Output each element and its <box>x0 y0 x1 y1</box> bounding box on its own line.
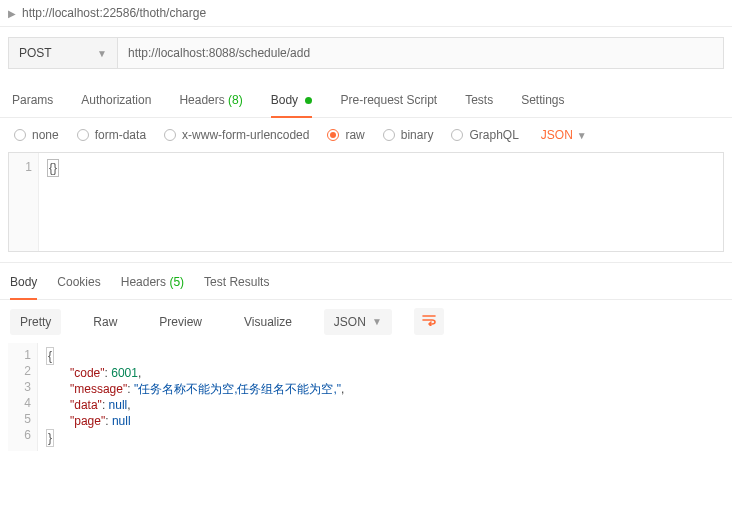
json-key-message: "message" <box>70 382 127 396</box>
response-toolbar: Pretty Raw Preview Visualize JSON ▼ <box>0 300 732 343</box>
json-key-code: "code" <box>70 366 105 380</box>
wrap-icon <box>422 314 436 326</box>
radio-binary-label: binary <box>401 128 434 142</box>
response-gutter: 123456 <box>8 343 38 451</box>
json-val-data: null <box>109 398 128 412</box>
tab-body-label: Body <box>271 93 298 107</box>
http-method-value: POST <box>19 46 52 60</box>
radio-urlencoded-label: x-www-form-urlencoded <box>182 128 309 142</box>
resp-tab-headers[interactable]: Headers (5) <box>121 275 184 299</box>
radio-none-label: none <box>32 128 59 142</box>
request-body-editor[interactable]: 1 {} <box>8 152 724 252</box>
json-val-page: null <box>112 414 131 428</box>
chevron-down-icon: ▼ <box>577 130 587 141</box>
radio-formdata[interactable]: form-data <box>77 128 146 142</box>
tab-authorization[interactable]: Authorization <box>81 93 151 117</box>
request-url-value: http://localhost:8088/schedule/add <box>128 46 310 60</box>
radio-icon <box>451 129 463 141</box>
http-method-select[interactable]: POST ▼ <box>8 37 118 69</box>
request-url-input[interactable]: http://localhost:8088/schedule/add <box>118 37 724 69</box>
tab-headers-label: Headers <box>179 93 224 107</box>
editor-gutter: 1 <box>9 153 39 251</box>
radio-icon <box>327 129 339 141</box>
resp-tab-testresults[interactable]: Test Results <box>204 275 269 299</box>
radio-binary[interactable]: binary <box>383 128 434 142</box>
chevron-down-icon: ▼ <box>97 48 107 59</box>
radio-icon <box>164 129 176 141</box>
radio-graphql[interactable]: GraphQL <box>451 128 518 142</box>
content-type-value: JSON <box>541 128 573 142</box>
radio-icon <box>77 129 89 141</box>
wrap-lines-button[interactable] <box>414 308 444 335</box>
tab-headers-count: (8) <box>228 93 243 107</box>
json-val-message: "任务名称不能为空,任务组名不能为空," <box>134 382 341 396</box>
response-type-value: JSON <box>334 315 366 329</box>
view-preview-button[interactable]: Preview <box>149 309 212 335</box>
resp-tab-headers-count: (5) <box>169 275 184 289</box>
content-type-select[interactable]: JSON ▼ <box>541 128 587 142</box>
response-body-viewer[interactable]: 123456 { "code": 6001, "message": "任务名称不… <box>8 343 724 451</box>
request-tabs: Params Authorization Headers (8) Body Pr… <box>0 79 732 118</box>
response-code: { "code": 6001, "message": "任务名称不能为空,任务组… <box>38 343 724 451</box>
collapsed-request-row[interactable]: ▶ http://localhost:22586/thoth/charge <box>0 0 732 27</box>
tab-headers[interactable]: Headers (8) <box>179 93 242 117</box>
body-active-indicator <box>305 97 312 104</box>
response-type-select[interactable]: JSON ▼ <box>324 309 392 335</box>
radio-icon <box>383 129 395 141</box>
resp-tab-body[interactable]: Body <box>10 275 37 299</box>
view-raw-button[interactable]: Raw <box>83 309 127 335</box>
radio-graphql-label: GraphQL <box>469 128 518 142</box>
chevron-right-icon: ▶ <box>8 8 16 19</box>
request-body-content: {} <box>47 159 59 177</box>
radio-urlencoded[interactable]: x-www-form-urlencoded <box>164 128 309 142</box>
response-tabs: Body Cookies Headers (5) Test Results <box>0 262 732 300</box>
tab-body[interactable]: Body <box>271 93 313 117</box>
radio-icon <box>14 129 26 141</box>
body-type-options: none form-data x-www-form-urlencoded raw… <box>0 118 732 152</box>
tab-params[interactable]: Params <box>12 93 53 117</box>
tab-tests[interactable]: Tests <box>465 93 493 117</box>
radio-formdata-label: form-data <box>95 128 146 142</box>
radio-raw[interactable]: raw <box>327 128 364 142</box>
json-key-data: "data" <box>70 398 102 412</box>
chevron-down-icon: ▼ <box>372 316 382 327</box>
json-val-code: 6001 <box>111 366 138 380</box>
collapsed-request-url: http://localhost:22586/thoth/charge <box>22 6 206 20</box>
request-row: POST ▼ http://localhost:8088/schedule/ad… <box>0 27 732 79</box>
view-pretty-button[interactable]: Pretty <box>10 309 61 335</box>
resp-tab-cookies[interactable]: Cookies <box>57 275 100 299</box>
radio-none[interactable]: none <box>14 128 59 142</box>
resp-tab-headers-label: Headers <box>121 275 166 289</box>
editor-code[interactable]: {} <box>39 153 723 251</box>
json-key-page: "page" <box>70 414 105 428</box>
radio-raw-label: raw <box>345 128 364 142</box>
view-visualize-button[interactable]: Visualize <box>234 309 302 335</box>
tab-settings[interactable]: Settings <box>521 93 564 117</box>
tab-prerequest[interactable]: Pre-request Script <box>340 93 437 117</box>
